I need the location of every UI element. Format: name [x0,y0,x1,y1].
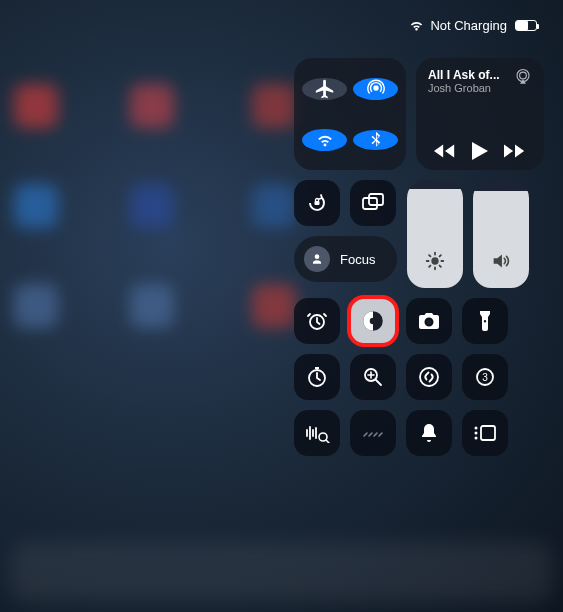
media-playback-tile[interactable]: All I Ask of... Josh Groban [416,58,544,170]
control-center: All I Ask of... Josh Groban [294,58,544,456]
wifi-toggle[interactable] [302,129,347,151]
camera-button[interactable] [406,298,452,344]
hearing-button[interactable] [350,410,396,456]
svg-point-2 [520,72,527,79]
focus-button[interactable]: Focus [294,236,397,282]
svg-rect-12 [315,367,319,369]
quick-note-button[interactable]: 3 [462,354,508,400]
notifications-button[interactable] [406,410,452,456]
wifi-icon [409,20,424,32]
badge-count-icon: 3 [473,365,497,389]
timer-button[interactable] [294,354,340,400]
svg-point-14 [420,368,438,386]
sound-recognition-icon [304,423,330,443]
flashlight-icon [478,309,492,333]
orientation-lock-toggle[interactable] [294,180,340,226]
play-button[interactable] [472,142,488,160]
svg-point-6 [431,257,438,264]
volume-icon [490,250,512,272]
shazam-icon [417,365,441,389]
stage-manager-button[interactable] [462,410,508,456]
brightness-slider[interactable] [407,180,463,288]
stage-manager-icon [472,423,498,443]
svg-text:3: 3 [482,372,488,383]
magnifier-icon [361,365,385,389]
brightness-icon [424,250,446,272]
svg-point-10 [427,320,432,325]
airplay-icon[interactable] [514,68,532,86]
media-title: All I Ask of... [428,68,508,82]
focus-avatar-icon [304,246,330,272]
airplane-icon [314,78,336,100]
bell-icon [419,422,439,444]
svg-rect-21 [481,426,495,440]
svg-point-20 [475,437,478,440]
camera-icon [417,311,441,331]
status-bar: Not Charging [409,18,537,33]
screen-mirroring-icon [361,193,385,213]
alarm-button[interactable] [294,298,340,344]
airplane-mode-toggle[interactable] [302,78,347,100]
svg-rect-5 [369,194,383,205]
wifi-icon [314,129,336,151]
svg-rect-3 [315,201,320,205]
rotation-lock-icon [305,191,329,215]
screen-mirroring-button[interactable] [350,180,396,226]
dark-mode-toggle[interactable] [350,298,396,344]
bluetooth-toggle[interactable] [353,130,398,150]
focus-label: Focus [340,252,375,267]
svg-rect-4 [363,198,377,209]
dark-mode-icon [360,308,386,334]
magnifier-button[interactable] [350,354,396,400]
forward-button[interactable] [504,143,526,159]
svg-point-9 [370,318,377,325]
sound-recognition-button[interactable] [294,410,340,456]
svg-point-0 [373,86,377,90]
airdrop-toggle[interactable] [353,78,398,100]
timer-icon [305,365,329,389]
battery-icon [515,20,537,31]
alarm-clock-icon [305,309,329,333]
media-artist: Josh Groban [428,82,508,94]
airdrop-icon [365,78,387,100]
connectivity-group [294,58,406,170]
svg-point-19 [475,432,478,435]
volume-slider[interactable] [473,180,529,288]
charging-status-text: Not Charging [430,18,507,33]
svg-point-18 [475,427,478,430]
bluetooth-icon [366,130,386,150]
rewind-button[interactable] [434,143,456,159]
flashlight-button[interactable] [462,298,508,344]
shazam-button[interactable] [406,354,452,400]
hearing-icon [361,425,385,441]
